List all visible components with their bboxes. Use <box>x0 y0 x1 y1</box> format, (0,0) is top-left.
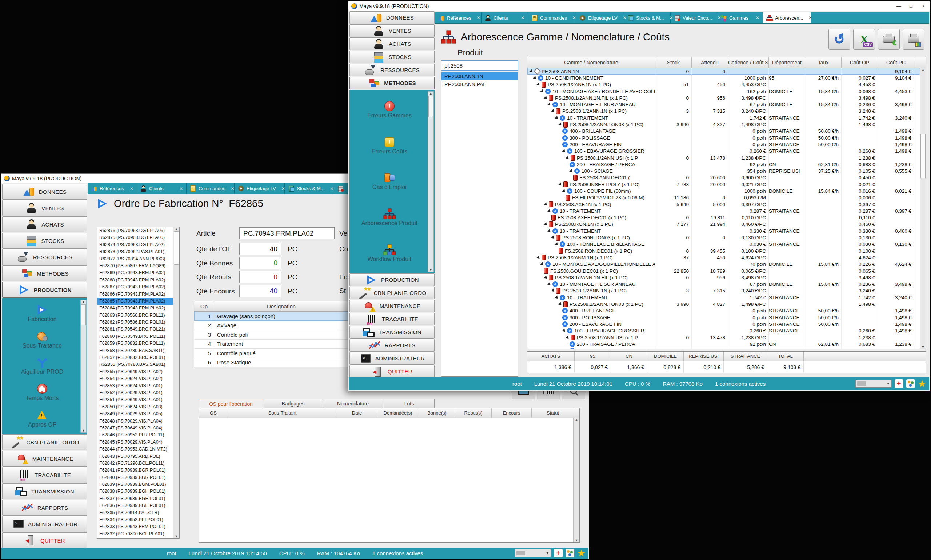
submenu-item-aiguilleur-prod[interactable]: Aiguilleur PROD <box>21 357 63 375</box>
sidebar-item-quitter[interactable]: QUITTER <box>349 365 435 378</box>
of-list-item[interactable]: F62853 (PS.70624.VIS.PLA01) <box>97 383 179 389</box>
of-list-item[interactable]: F62867 (PC.70943.FRM.PLA02) <box>97 284 179 291</box>
sidebar-item-cbn[interactable]: CBN PLANIF. ORDO <box>349 286 435 299</box>
tab-etiquetage-lv[interactable]: Etiquetage LV✕ <box>235 183 285 194</box>
expanded-arrow-icon[interactable] <box>547 282 552 286</box>
scroll-thumb[interactable] <box>428 96 433 117</box>
tree-table-scrollbar[interactable]: ▲▼ <box>920 68 926 349</box>
of-list-item[interactable]: F62844 (PS.70953.CAD.1N.MT2) <box>97 446 179 453</box>
sidebar-item-donnees[interactable]: DONNEES <box>2 184 87 200</box>
tree-row[interactable]: 200 - EBAVURAGE FIN0 pc/hSTRAITANCE50,00… <box>527 141 920 148</box>
status-dropdown[interactable]: ▼ <box>515 549 551 557</box>
tree-row[interactable]: 100 - TONNELAGE BRILLANTAGE0,030 €STRAIT… <box>527 241 920 248</box>
of-list-item[interactable]: F62863 (PS.70566.BRC.POL11) <box>97 312 179 319</box>
scroll-down-icon[interactable]: ▼ <box>175 535 178 538</box>
tree-row[interactable]: 100 - COUPE FIL (60mm)1000 pc/hDOMICILE1… <box>527 188 920 194</box>
close-tab-icon[interactable]: ✕ <box>569 15 576 20</box>
expanded-arrow-icon[interactable] <box>547 229 552 233</box>
of-list-item[interactable]: F62857 (PS.70832.BRC.POL01) <box>97 354 179 361</box>
of-list-item[interactable]: F62870 (PS.70867.FRM.LAQ89) <box>97 263 179 269</box>
submenu-scrollbar[interactable]: ▲▼ <box>80 300 86 433</box>
bottom-tab-badgages[interactable]: Badgages <box>264 398 322 408</box>
tree-row[interactable]: 400 - BRILLANTAGE0 pc/hSTRAITANCE50,00 €… <box>527 128 920 135</box>
tree-row[interactable]: 300 - POLISSAGE0 pc/hSTRAITANCE50,00 €/h… <box>527 314 920 321</box>
close-button[interactable]: × <box>917 2 929 11</box>
star-icon[interactable]: ★ <box>918 378 926 389</box>
of-list-item[interactable]: F62861 (PS.70549.BRC.POL21) <box>97 326 179 333</box>
tree-row[interactable]: PS.2508.1/2ANN.1N.FIL (x 1 PC)09563,498 … <box>527 95 920 101</box>
expanded-arrow-icon[interactable] <box>544 275 548 280</box>
tree-row[interactable]: 100 - EBAVURAGE GROSSIER0,260 €STRAITANC… <box>527 148 920 155</box>
of-list-item[interactable]: F62862 (PS.70586.BRC.POL01) <box>97 319 179 326</box>
os-table-scrollbar[interactable]: ▲▼ <box>573 418 579 542</box>
tab-commandes[interactable]: Commandes✕ <box>186 183 235 194</box>
sidebar-item-maintenance[interactable]: MAINTENANCE <box>349 300 435 312</box>
sidebar-item-production[interactable]: PRODUCTION <box>349 274 435 286</box>
tree-row[interactable]: 10 - TRAITEMENT0,287 €STRAITANCE0,287 €0… <box>527 208 920 214</box>
submenu-item-erreurs-couts[interactable]: Erreurs Coûts <box>372 137 408 155</box>
tree-row[interactable]: PS.2508.1/2ANN.1N (x 1 PC)37 3153,240 €/… <box>527 288 920 294</box>
scroll-thumb[interactable] <box>174 231 179 265</box>
sidebar-item-administrateur[interactable]: ADMINISTRATEUR <box>2 516 87 532</box>
expanded-arrow-icon[interactable] <box>544 222 548 226</box>
tree-row[interactable]: FS.2508.ANN.DEC01 (020 6000,900 €/PC0,45… <box>527 175 920 181</box>
produit-search-input[interactable]: pf.2508 <box>441 60 518 71</box>
of-list-item[interactable]: F62854 (PS.70624.VIS.PLA02) <box>97 375 179 382</box>
sidebar-item-methodes[interactable]: METHODES <box>2 265 87 282</box>
tab-stocks-m-[interactable]: Stocks & M...✕ <box>624 12 671 23</box>
expanded-arrow-icon[interactable] <box>544 202 548 206</box>
of-list-item[interactable]: F62869 (PC.70943.FRM.PLA02) <box>97 269 179 276</box>
expanded-arrow-icon[interactable] <box>529 69 534 74</box>
maximize-button[interactable]: □ <box>905 2 917 11</box>
expanded-arrow-icon[interactable] <box>540 89 545 94</box>
close-tab-icon[interactable]: ✕ <box>327 186 334 191</box>
sidebar-item-ventes[interactable]: VENTES <box>2 200 87 216</box>
sidebar-item-rapports[interactable]: RAPPORTS <box>2 500 87 515</box>
tree-row[interactable]: FS.2508.AXEF.DEC01 (x 1 PC)019 8110,110 … <box>527 215 920 221</box>
tree-row[interactable]: PS.2508.1/2ANN.TON03 (x 1 PC)3 9904 8271… <box>527 121 920 128</box>
print-costs-button[interactable]: € <box>878 29 900 50</box>
scroll-thumb[interactable] <box>920 134 926 178</box>
close-tab-icon[interactable]: ✕ <box>279 186 285 191</box>
close-tab-icon[interactable]: ✕ <box>176 186 183 191</box>
tree-row[interactable]: FS.FILPOLYAMID1.23 (x 0.06 M)11 18600,09… <box>527 195 920 201</box>
submenu-item-cas-demploi[interactable]: Cas d'Emploi <box>372 172 406 191</box>
submenu-item-arborescence-produit[interactable]: Arborescence Produit <box>362 208 417 226</box>
expanded-arrow-icon[interactable] <box>562 329 566 333</box>
sidebar-item-ressources[interactable]: RESSOURCES <box>2 249 87 265</box>
of-list-item[interactable]: R62875 (PS.70963.DGT.PLA05) <box>97 234 179 241</box>
expanded-arrow-icon[interactable] <box>536 255 541 260</box>
sidebar-item-ressources[interactable]: RESSOURCES <box>349 64 435 76</box>
tree-row[interactable]: 10 - MONTAGE AXE/GOUPILLE/RONDELLE AVEC7… <box>527 261 920 268</box>
of-list-item[interactable]: R62873 (PS.70962.PAS.PLA01) <box>97 248 179 255</box>
expanded-arrow-icon[interactable] <box>551 235 556 240</box>
qty-input[interactable]: 0 <box>239 257 282 269</box>
of-list-item[interactable]: F62833 (PS.70943.FRM.POL01) <box>97 523 179 530</box>
of-list-item[interactable]: R62872 (PS.70894.ANN.PL6X3) <box>97 255 179 263</box>
tree-row[interactable]: PS.2508.1/2ANM.1N (x 1 PC)374504,624 €/P… <box>527 254 920 261</box>
tab-arborescen-[interactable]: Arborescen...✕ <box>763 12 811 23</box>
sidebar-item-tracabilite[interactable]: TRACABILITE <box>2 467 87 483</box>
export-csv-button[interactable]: XCSV <box>853 29 875 50</box>
scroll-down-icon[interactable]: ▼ <box>82 429 85 432</box>
tree-row[interactable]: 100 - EBAVURAGE GROSSIER0,260 €STRAITANC… <box>527 328 920 334</box>
bottom-tab-lots[interactable]: Lots <box>384 398 435 408</box>
scroll-up-icon[interactable]: ▲ <box>429 92 432 95</box>
produit-list[interactable]: PF.2508.ANN.1NPF.2508.ANN.PAL <box>441 72 518 377</box>
sidebar-item-ventes[interactable]: VENTES <box>349 25 435 37</box>
close-tab-icon[interactable]: ✕ <box>127 186 134 191</box>
tab-valeur-enco-[interactable]: Valeur Enco...✕ <box>671 12 717 23</box>
expanded-arrow-icon[interactable] <box>547 103 552 107</box>
scroll-down-icon[interactable]: ▼ <box>575 538 578 542</box>
qty-input[interactable]: 40 <box>239 285 282 297</box>
bottom-tab-nomenclature[interactable]: Nomenclature <box>323 398 383 408</box>
expanded-arrow-icon[interactable] <box>566 155 570 160</box>
of-list-item[interactable]: R62876 (PS.70963.DGT.PLA05) <box>97 227 179 234</box>
of-list-item[interactable]: F62838 (PS.70939.BGH.POL01) <box>97 488 179 495</box>
submenu-item-temps-morts[interactable]: Temps Morts <box>25 383 59 402</box>
scroll-down-icon[interactable]: ▼ <box>922 345 925 349</box>
sidebar-item-tracabilite[interactable]: TRACABILITE <box>349 313 435 325</box>
sidebar-item-stocks[interactable]: STOCKS <box>2 233 87 249</box>
tab-commandes[interactable]: Commandes✕ <box>528 12 576 23</box>
expanded-arrow-icon[interactable] <box>533 75 537 80</box>
